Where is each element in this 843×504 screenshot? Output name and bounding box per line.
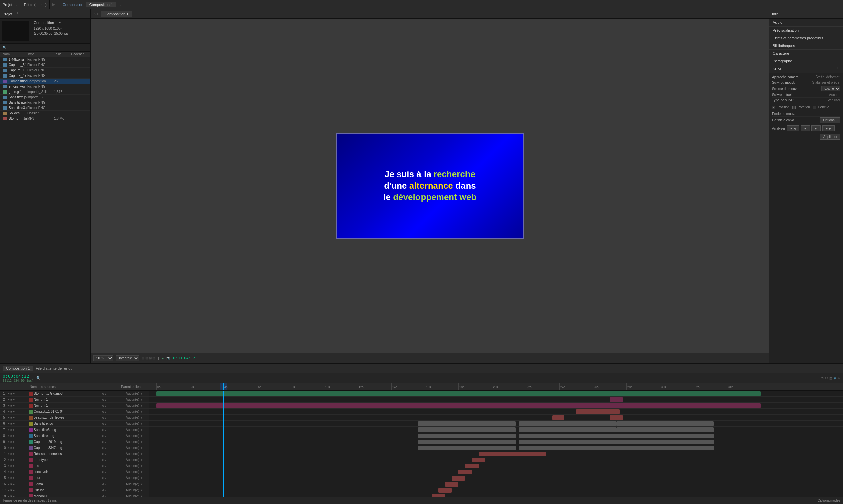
expand-icon[interactable]: ▶ xyxy=(13,404,15,407)
eye-icon[interactable]: ● xyxy=(8,483,10,486)
file-row[interactable]: Capture_54.png Fichier PNG xyxy=(0,62,90,68)
track-bar[interactable] xyxy=(418,446,516,450)
file-row[interactable]: Sans titre.png Fichier PNG xyxy=(0,100,90,105)
eye-icon[interactable]: ● xyxy=(8,392,10,395)
lock-icon[interactable]: ◉ xyxy=(10,483,13,486)
timeline-tracks[interactable]: 0s2s4s6s8s10s12s14s16s18s20s22s24s26s28s… xyxy=(150,383,843,497)
effects-menu[interactable]: Effets (aucun) xyxy=(21,0,50,9)
switch-2[interactable]: / xyxy=(105,422,106,426)
parent-dropdown[interactable]: ▼ xyxy=(140,476,143,480)
lock-icon[interactable]: ◉ xyxy=(10,434,13,437)
lock-icon[interactable]: ◉ xyxy=(10,392,13,395)
layer-row[interactable]: 14 ● ◉ ▶ concevoir ⊕ / Aucun(e) ▼ xyxy=(0,469,149,475)
suivi-source-select[interactable]: Aucune xyxy=(821,86,840,91)
switch-1[interactable]: ⊕ xyxy=(102,392,105,395)
switch-1[interactable]: ⊕ xyxy=(102,489,105,492)
track-bar[interactable] xyxy=(519,434,616,438)
render-queue-btn[interactable]: File d'attente de rendu xyxy=(36,366,72,371)
parent-dropdown[interactable]: ▼ xyxy=(140,434,143,437)
timeline-tab[interactable]: Composition 1 xyxy=(3,366,33,371)
eye-icon[interactable]: ● xyxy=(8,452,10,455)
expand-icon[interactable]: ▶ xyxy=(13,476,15,480)
expand-icon[interactable]: ▶ xyxy=(13,422,15,425)
layer-row[interactable]: 16 ● ◉ ▶ Figma ⊕ / Aucun(e) ▼ xyxy=(0,481,149,487)
layer-row[interactable]: 17 ● ◉ ▶ J'utilise ⊕ / Aucun(e) ▼ xyxy=(0,487,149,493)
layer-row[interactable]: 2 ● ◉ ▶ Noir uni 1 ⊕ / Aucun(e) ▼ xyxy=(0,397,149,403)
eye-icon[interactable]: ● xyxy=(8,464,10,467)
track-bar[interactable] xyxy=(552,415,564,420)
search-bar[interactable]: 🔍 xyxy=(0,43,90,52)
lock-icon[interactable]: ◉ xyxy=(10,452,13,455)
layer-row[interactable]: 18 ● ◉ ▶ MongoDB ⊕ / Aucun(e) ▼ xyxy=(0,493,149,497)
layer-row[interactable]: 4 ● ◉ ▶ Contact...1 61 01 04 ⊕ / Aucun(e… xyxy=(0,409,149,415)
tool3[interactable]: ▤ xyxy=(829,376,832,380)
expand-icon[interactable]: ▶ xyxy=(13,489,15,491)
switch-1[interactable]: ⊕ xyxy=(102,422,105,426)
parent-dropdown[interactable]: ▼ xyxy=(140,464,143,468)
switch-1[interactable]: ⊕ xyxy=(102,476,105,480)
layer-row[interactable]: 5 ● ◉ ▶ Je suis...T de Troyes ⊕ / Aucun(… xyxy=(0,415,149,421)
switch-2[interactable]: / xyxy=(105,446,106,450)
preview-header[interactable]: Prévisualisation xyxy=(770,26,843,34)
track-bar[interactable] xyxy=(576,409,620,414)
expand-icon[interactable]: ▶ xyxy=(13,446,15,449)
switch-2[interactable]: / xyxy=(105,416,106,419)
eye-icon[interactable]: ● xyxy=(8,428,10,431)
options-modes[interactable]: Options/modes xyxy=(818,499,840,502)
switch-1[interactable]: ⊕ xyxy=(102,470,105,474)
checkbox-position[interactable]: Position xyxy=(772,104,790,110)
eye-icon[interactable]: ● xyxy=(8,422,10,425)
track-bar[interactable] xyxy=(418,428,516,432)
lock-icon[interactable]: ◉ xyxy=(10,410,13,413)
switch-1[interactable]: ⊕ xyxy=(102,446,105,450)
analyze-fwd-btn[interactable]: ► xyxy=(811,126,821,131)
eye-icon[interactable]: ● xyxy=(8,434,10,437)
libraries-header[interactable]: Bibliothèques xyxy=(770,42,843,49)
parent-dropdown[interactable]: ▼ xyxy=(140,458,143,462)
parent-dropdown[interactable]: ▼ xyxy=(140,398,143,401)
parent-dropdown[interactable]: ▼ xyxy=(140,422,143,426)
switch-2[interactable]: / xyxy=(105,440,106,444)
parent-dropdown[interactable]: ▼ xyxy=(140,440,143,444)
track-bar[interactable] xyxy=(609,415,623,420)
track-bar[interactable] xyxy=(156,403,761,408)
parent-dropdown[interactable]: ▼ xyxy=(140,489,143,492)
analyze-prev-btn[interactable]: ◄◄ xyxy=(787,126,799,131)
zoom-select[interactable]: 50 % 100 % 25 % xyxy=(93,355,113,361)
viewer-tab[interactable]: Composition 1 xyxy=(101,12,132,17)
layer-row[interactable]: 9 ● ◉ ▶ Capture...2919.png ⊕ / Aucun(e) … xyxy=(0,439,149,445)
file-row[interactable]: Capture_19.png Fichier PNG xyxy=(0,68,90,73)
expand-icon[interactable]: ▶ xyxy=(13,398,15,401)
lock-icon[interactable]: ◉ xyxy=(10,446,13,449)
expand-icon[interactable]: ▶ xyxy=(13,410,15,413)
track-bar[interactable] xyxy=(616,434,714,438)
track-bar[interactable] xyxy=(519,439,616,444)
switch-2[interactable]: / xyxy=(105,392,106,395)
playhead[interactable] xyxy=(223,383,224,390)
file-row[interactable]: 1f44b.png Fichier PNG xyxy=(0,57,90,62)
expand-icon[interactable]: ▶ xyxy=(13,470,15,473)
search-icon2[interactable]: 🔍 xyxy=(36,376,40,380)
switch-2[interactable]: / xyxy=(105,470,106,474)
switch-2[interactable]: / xyxy=(105,452,106,456)
track-bar[interactable] xyxy=(445,482,459,487)
switch-2[interactable]: / xyxy=(105,428,106,432)
eye-icon[interactable]: ● xyxy=(8,489,10,491)
parent-dropdown[interactable]: ▼ xyxy=(140,404,143,407)
switch-2[interactable]: / xyxy=(105,434,106,437)
lock-icon[interactable]: ◉ xyxy=(10,428,13,431)
track-bar[interactable] xyxy=(465,464,479,468)
layer-row[interactable]: 11 ● ◉ ▶ Réalisa...rionnelles ⊕ / Aucun(… xyxy=(0,451,149,457)
analyze-back-btn[interactable]: ◄ xyxy=(801,126,810,131)
lock-icon[interactable]: ◉ xyxy=(10,398,13,401)
parent-dropdown[interactable]: ▼ xyxy=(140,416,143,419)
options-button[interactable]: Options... xyxy=(820,118,840,123)
layer-row[interactable]: 12 ● ◉ ▶ prototypes ⊕ / Aucun(e) ▼ xyxy=(0,457,149,463)
eye-icon[interactable]: ● xyxy=(8,410,10,413)
track-bar[interactable] xyxy=(418,434,516,438)
file-row[interactable]: Capture_47.png Fichier PNG xyxy=(0,73,90,78)
layer-row[interactable]: 10 ● ◉ ▶ Capture...3347.png ⊕ / Aucun(e)… xyxy=(0,445,149,451)
track-bar[interactable] xyxy=(479,452,546,456)
expand-icon[interactable]: ▶ xyxy=(13,434,15,437)
parent-dropdown[interactable]: ▼ xyxy=(140,483,143,486)
